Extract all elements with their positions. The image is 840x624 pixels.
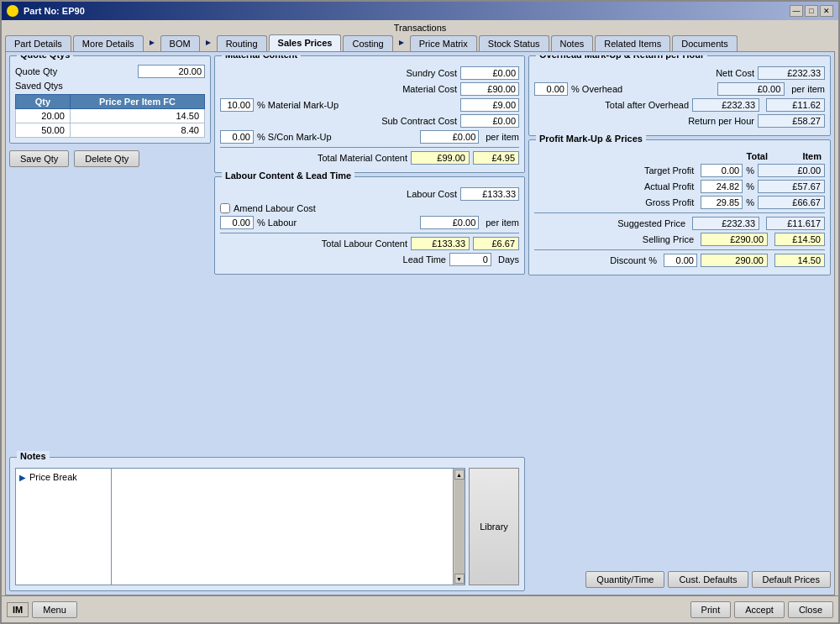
- overhead-value-display[interactable]: [717, 82, 785, 96]
- bom-arrow[interactable]: [145, 34, 159, 51]
- accept-button[interactable]: Accept: [734, 601, 785, 618]
- total-material-label: Total Material Content: [220, 153, 407, 163]
- return-per-hour-display[interactable]: [758, 114, 825, 128]
- quote-qty-input[interactable]: [138, 65, 205, 78]
- total-after-overhead-display[interactable]: [692, 98, 759, 112]
- amend-labour-checkbox-wrapper[interactable]: Amend Labour Cost: [220, 203, 316, 213]
- tab-documents[interactable]: Documents: [672, 35, 738, 51]
- print-button[interactable]: Print: [690, 601, 732, 618]
- quote-qty-label: Quote Qty: [15, 66, 57, 76]
- material-markup-pct-input[interactable]: [220, 98, 254, 112]
- tab-price-matrix[interactable]: Price Matrix: [410, 35, 477, 51]
- costing-arrow[interactable]: [395, 34, 408, 51]
- selling-price-label: Selling Price: [534, 234, 697, 244]
- actual-profit-value-display[interactable]: [758, 180, 825, 193]
- delete-qty-button[interactable]: Delete Qty: [74, 150, 139, 167]
- save-qty-button[interactable]: Save Qty: [9, 150, 69, 167]
- routing-arrow[interactable]: [202, 34, 215, 51]
- amend-labour-row: Amend Labour Cost: [220, 203, 519, 213]
- nett-cost-display[interactable]: [758, 66, 825, 80]
- target-profit-pct-input[interactable]: [701, 164, 743, 177]
- labour-pct-input[interactable]: [220, 216, 254, 229]
- scroll-down-button[interactable]: ▼: [454, 574, 465, 584]
- actual-profit-label: Actual Profit: [534, 181, 697, 191]
- total-labour-input[interactable]: [411, 237, 470, 250]
- svg-marker-1: [206, 40, 211, 45]
- suggested-item-display[interactable]: [766, 217, 825, 230]
- tab-part-details[interactable]: Part Details: [5, 35, 71, 51]
- gross-profit-pct-input[interactable]: [701, 196, 743, 209]
- total-material-item-input[interactable]: [473, 151, 519, 165]
- gross-profit-label: Gross Profit: [534, 197, 697, 207]
- total-after-overhead-row: Total after Overhead: [534, 98, 825, 112]
- close-button[interactable]: ✕: [820, 5, 833, 17]
- quantity-time-button[interactable]: Quantity/Time: [585, 571, 664, 588]
- tab-bom[interactable]: BOM: [160, 35, 200, 51]
- material-content-title: Material Content: [222, 55, 301, 60]
- material-cost-input[interactable]: [460, 82, 519, 96]
- actual-profit-pct-input[interactable]: [701, 180, 743, 193]
- scon-markup-value-input[interactable]: [420, 130, 479, 144]
- selling-item-input[interactable]: [774, 233, 825, 246]
- sub-contract-input[interactable]: [460, 114, 519, 128]
- tab-costing[interactable]: Costing: [343, 35, 392, 51]
- cust-defaults-button[interactable]: Cust. Defaults: [668, 571, 748, 588]
- discount-item-input[interactable]: [774, 254, 825, 267]
- tab-notes[interactable]: Notes: [551, 35, 594, 51]
- total-after-overhead-item-display[interactable]: [766, 98, 825, 112]
- quote-qtys-panel: Quote Qtys Quote Qty Saved Qtys Qty Pric…: [9, 55, 211, 454]
- quote-qtys-title: Quote Qtys: [17, 55, 73, 60]
- middle-panel: Material Content Sundry Cost Material Co…: [214, 55, 525, 454]
- maximize-button[interactable]: □: [805, 5, 818, 17]
- labour-cost-input[interactable]: [460, 187, 519, 201]
- tab-related-items[interactable]: Related Items: [595, 35, 670, 51]
- minimize-button[interactable]: —: [790, 5, 803, 17]
- notes-tree-item[interactable]: ▶ Price Break: [19, 472, 108, 482]
- tab-stock-status[interactable]: Stock Status: [479, 35, 549, 51]
- gross-profit-value-display[interactable]: [758, 196, 825, 209]
- overhead-pct-row: % Overhead per item: [534, 82, 825, 96]
- total-labour-item-input[interactable]: [473, 237, 519, 250]
- tab-sales-prices[interactable]: Sales Prices: [269, 34, 342, 51]
- tab-routing[interactable]: Routing: [217, 35, 267, 51]
- col-total-header: Total: [704, 150, 771, 162]
- scroll-up-button[interactable]: ▲: [454, 469, 465, 480]
- material-markup-value-input[interactable]: [460, 98, 519, 112]
- target-profit-value-display[interactable]: [758, 164, 825, 177]
- notes-scrollbar: ▲ ▼: [453, 469, 465, 585]
- labour-pct-value-input[interactable]: [420, 216, 479, 229]
- target-profit-row: Target Profit %: [534, 164, 825, 177]
- discount-total-input[interactable]: [701, 254, 768, 267]
- title-bar: Part No: EP90 — □ ✕: [2, 2, 838, 20]
- nett-cost-row: Nett Cost: [534, 66, 825, 80]
- selling-total-input[interactable]: [701, 233, 768, 246]
- table-row: 20.0014.50: [16, 109, 205, 123]
- amend-labour-checkbox[interactable]: [220, 203, 230, 213]
- lead-time-input[interactable]: [449, 253, 491, 266]
- total-labour-label: Total Labour Content: [220, 239, 407, 249]
- overhead-pct-input[interactable]: [534, 82, 568, 96]
- close-button-bottom[interactable]: Close: [788, 601, 833, 618]
- qty-col-header: Qty: [16, 95, 71, 109]
- notes-tree-item-label: Price Break: [29, 472, 77, 482]
- menu-button[interactable]: Menu: [32, 601, 77, 618]
- scon-markup-pct-input[interactable]: [220, 130, 254, 144]
- bottom-left: IM Menu: [7, 601, 77, 618]
- bottom-bar: IM Menu Print Accept Close: [2, 595, 838, 622]
- total-material-input[interactable]: [411, 151, 470, 165]
- sundry-cost-input[interactable]: [460, 66, 519, 80]
- default-prices-button[interactable]: Default Prices: [752, 571, 831, 588]
- sub-contract-label: Sub Contract Cost: [220, 116, 457, 126]
- material-per-item-label: per item: [486, 132, 519, 142]
- overhead-pct-label: % Overhead: [571, 84, 622, 94]
- return-per-hour-row: Return per Hour: [534, 114, 825, 128]
- table-row: 50.008.40: [16, 123, 205, 138]
- notes-content: ▶ Price Break ▲ ▼ Library: [15, 468, 519, 585]
- library-button[interactable]: Library: [469, 468, 519, 585]
- tab-more-details[interactable]: More Details: [73, 35, 144, 51]
- suggested-total-display[interactable]: [692, 217, 759, 230]
- material-cost-row: Material Cost: [220, 82, 519, 96]
- actual-profit-row: Actual Profit %: [534, 180, 825, 193]
- discount-pct-input[interactable]: [664, 254, 697, 267]
- notes-textarea[interactable]: [112, 469, 453, 585]
